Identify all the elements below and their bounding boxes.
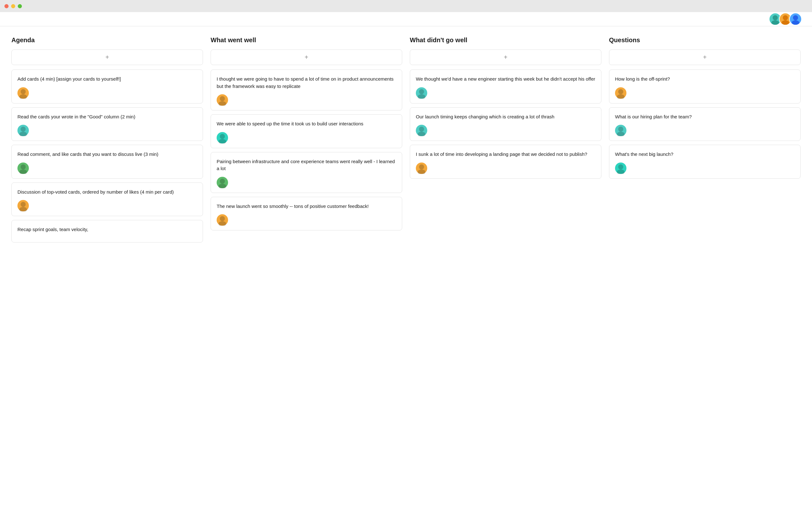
svg-point-0 [773,15,778,20]
svg-point-11 [19,169,27,174]
title-bar [0,0,812,12]
maximize-dot[interactable] [18,4,22,8]
card-text: We were able to speed up the time it too… [216,120,396,128]
column-heading-what-went-well: What went well [211,36,402,44]
card: How long is the off-sprint? [609,70,801,104]
card: Read comment, and like cards that you wa… [11,145,203,179]
card-text: Add cards (4 min) [assign your cards to … [18,76,197,83]
column-heading-what-didnt-go-well: What didn't go well [410,36,601,44]
app-container: Agenda+Add cards (4 min) [assign your ca… [0,12,812,518]
card-text: The new launch went so smoothly -- tons … [216,203,396,210]
svg-point-33 [617,169,625,174]
card-avatar [18,87,29,99]
add-card-button-agenda[interactable]: + [11,50,203,65]
add-card-button-what-didnt-go-well[interactable]: + [410,50,601,65]
card-avatar [18,200,29,211]
column-what-didnt-go-well: What didn't go well+We thought we'd have… [406,36,605,183]
avatar [789,13,802,25]
card-avatar [416,163,427,174]
card-avatar [216,214,228,226]
card: I thought we were going to have to spend… [211,70,402,110]
minimize-dot[interactable] [11,4,15,8]
svg-point-26 [419,164,424,169]
svg-point-5 [792,20,799,25]
card-avatar [216,132,228,143]
column-questions: Questions+How long is the off-sprint?Wha… [605,36,804,183]
card: Discussion of top-voted cards, ordered b… [11,183,203,216]
header-avatars [769,13,802,25]
column-what-went-well: What went well+I thought we were going t… [207,36,406,234]
svg-point-2 [783,15,788,20]
card-text: Recap sprint goals, team velocity, [18,226,197,233]
svg-point-17 [219,139,226,143]
svg-point-28 [618,89,623,94]
card: What is our hiring plan for the team? [609,107,801,141]
svg-point-9 [19,132,27,136]
header [0,12,812,26]
card-text: Pairing between infrastructure and core … [216,158,396,172]
card: Pairing between infrastructure and core … [211,152,402,193]
svg-point-1 [772,20,779,25]
svg-point-4 [793,15,798,20]
svg-point-6 [21,89,26,94]
card-avatar [216,94,228,106]
svg-point-24 [419,127,424,132]
board: Agenda+Add cards (4 min) [assign your ca… [0,26,812,256]
svg-point-13 [19,207,27,211]
card: We were able to speed up the time it too… [211,114,402,148]
card-text: How long is the off-sprint? [615,76,794,83]
card: Read the cards your wrote in the "Good" … [11,107,203,141]
card-avatar [615,125,627,136]
add-card-button-questions[interactable]: + [609,50,801,65]
column-agenda: Agenda+Add cards (4 min) [assign your ca… [8,36,207,246]
svg-point-18 [220,179,225,184]
close-dot[interactable] [4,4,8,8]
svg-point-32 [618,164,623,169]
card: Add cards (4 min) [assign your cards to … [11,70,203,104]
card: We thought we'd have a new engineer star… [410,70,601,104]
svg-point-29 [617,94,625,99]
svg-point-23 [418,94,425,99]
card-avatar [18,163,29,174]
svg-point-31 [617,132,625,136]
svg-point-27 [418,169,425,174]
svg-point-30 [618,127,623,132]
svg-point-12 [21,202,26,207]
svg-point-19 [219,184,226,188]
card-text: I sunk a lot of time into developing a l… [416,151,596,158]
svg-point-16 [220,134,225,139]
card: Recap sprint goals, team velocity, [11,220,203,243]
svg-point-20 [220,216,225,221]
svg-point-10 [21,164,26,169]
card-text: I thought we were going to have to spend… [216,76,396,90]
column-heading-questions: Questions [609,36,801,44]
card-avatar [416,125,427,136]
card-text: What's the next big launch? [615,151,794,158]
svg-point-25 [418,132,425,136]
add-card-button-what-went-well[interactable]: + [211,50,402,65]
card-avatar [18,125,29,136]
card: Our launch timing keeps changing which i… [410,107,601,141]
card-text: Read the cards your wrote in the "Good" … [18,113,197,120]
card: What's the next big launch? [609,145,801,179]
card: The new launch went so smoothly -- tons … [211,197,402,231]
card-text: What is our hiring plan for the team? [615,113,794,120]
card-avatar [416,87,427,99]
card-avatar [216,177,228,188]
svg-point-21 [219,221,226,226]
column-heading-agenda: Agenda [11,36,203,44]
svg-point-7 [19,94,27,99]
card: I sunk a lot of time into developing a l… [410,145,601,179]
svg-point-15 [219,101,226,106]
card-avatar [615,163,627,174]
card-text: Read comment, and like cards that you wa… [18,151,197,158]
card-avatar [615,87,627,99]
avatar-group [769,13,802,25]
svg-point-22 [419,89,424,94]
svg-point-14 [220,96,225,101]
svg-point-8 [21,127,26,132]
card-text: Discussion of top-voted cards, ordered b… [18,189,197,196]
card-text: We thought we'd have a new engineer star… [416,76,596,83]
card-text: Our launch timing keeps changing which i… [416,113,596,120]
svg-point-3 [782,20,789,25]
